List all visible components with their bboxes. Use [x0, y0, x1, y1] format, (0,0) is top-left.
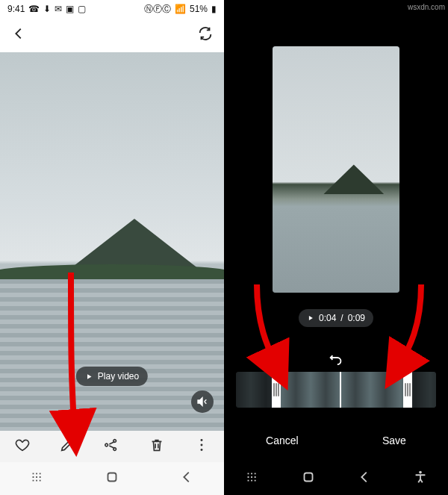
- play-video-button[interactable]: Play video: [76, 367, 148, 386]
- battery-icon: ▮: [211, 4, 217, 14]
- battery-text: 51%: [190, 4, 208, 14]
- mute-button[interactable]: [191, 390, 214, 413]
- reset-trim-button[interactable]: [328, 349, 344, 369]
- svg-point-1: [201, 444, 203, 446]
- save-button[interactable]: Save: [382, 435, 406, 446]
- screenshot-icon: ▣: [66, 4, 74, 14]
- home-icon: [300, 469, 317, 485]
- play-icon: [307, 314, 314, 322]
- recents-icon: [244, 469, 261, 485]
- video-trim-screen: 0:04 / 0:09 Cancel Save: [224, 0, 448, 495]
- play-video-label: Play video: [98, 371, 139, 382]
- more-button[interactable]: [193, 437, 210, 456]
- nav-accessibility[interactable]: [412, 469, 429, 488]
- video-preview[interactable]: [273, 46, 399, 293]
- video-display[interactable]: Play video: [0, 52, 224, 431]
- back-icon: [178, 469, 195, 485]
- trim-timeline: [236, 372, 436, 408]
- nav-bar: [0, 462, 224, 495]
- nav-bar: [224, 462, 448, 495]
- trim-handle-end[interactable]: [403, 372, 412, 408]
- share-icon: [104, 437, 120, 453]
- timeline-thumbnails[interactable]: [236, 372, 436, 408]
- svg-rect-3: [108, 473, 116, 482]
- svg-rect-4: [304, 473, 312, 482]
- svg-point-5: [419, 471, 422, 474]
- editor-actions: Cancel Save: [224, 419, 448, 462]
- smart-rotate-button[interactable]: [197, 25, 214, 45]
- time-current: 0:04: [319, 313, 336, 323]
- whatsapp-icon: ☎: [28, 4, 40, 14]
- status-bar: 9:41 ☎ ⬇ ✉ ▣ ▢ ⓃⒻⒸ 📶 51% ▮: [0, 0, 224, 18]
- signal-icon: 📶: [175, 4, 186, 14]
- playhead[interactable]: [340, 372, 341, 408]
- nav-back[interactable]: [178, 469, 195, 488]
- cancel-button[interactable]: Cancel: [266, 435, 299, 446]
- heart-icon: [14, 437, 31, 453]
- trim-handle-start[interactable]: [272, 372, 281, 408]
- share-button[interactable]: [104, 437, 120, 456]
- nav-back[interactable]: [356, 469, 373, 488]
- undo-icon: [328, 349, 344, 366]
- nav-home[interactable]: [104, 469, 120, 488]
- download-icon: ⬇: [43, 4, 51, 14]
- trash-icon: [149, 437, 165, 453]
- gallery-icon: ▢: [78, 4, 86, 14]
- nav-recents[interactable]: [244, 469, 261, 488]
- playback-time-pill[interactable]: 0:04 / 0:09: [299, 309, 373, 327]
- edit-button[interactable]: [59, 437, 75, 456]
- back-button[interactable]: [10, 25, 27, 45]
- chevron-left-icon: [10, 25, 27, 42]
- status-time: 9:41: [7, 4, 25, 14]
- more-vert-icon: [193, 437, 210, 453]
- svg-point-0: [201, 439, 203, 441]
- top-bar: [0, 18, 224, 52]
- volume-off-icon: [196, 396, 208, 408]
- action-bar: [0, 431, 224, 462]
- back-icon: [356, 469, 373, 485]
- nav-home[interactable]: [300, 469, 317, 488]
- svg-point-2: [201, 449, 203, 451]
- pencil-icon: [59, 437, 75, 453]
- recents-icon: [29, 469, 46, 485]
- delete-button[interactable]: [149, 437, 165, 456]
- time-total: 0:09: [348, 313, 365, 323]
- favorite-button[interactable]: [14, 437, 31, 456]
- watermark: wsxdn.com: [408, 3, 445, 11]
- nfc-icon: ⓃⒻⒸ: [144, 3, 171, 16]
- chat-icon: ✉: [55, 4, 62, 14]
- home-icon: [104, 469, 120, 485]
- gallery-viewer-screen: 9:41 ☎ ⬇ ✉ ▣ ▢ ⓃⒻⒸ 📶 51% ▮: [0, 0, 224, 495]
- play-icon: [85, 373, 93, 381]
- accessibility-icon: [412, 469, 429, 485]
- sync-icon: [197, 25, 214, 42]
- nav-recents[interactable]: [29, 469, 46, 488]
